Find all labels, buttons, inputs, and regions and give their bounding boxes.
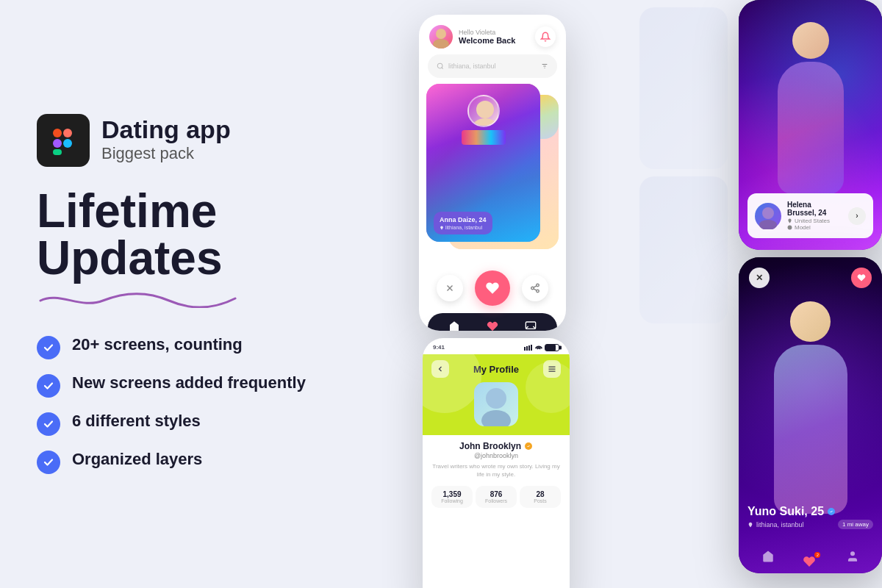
br-location: lithiana, istanbul 1 mi away [747, 520, 873, 529]
following-count: 1,359 [434, 490, 470, 498]
feature-item-1: 20+ screens, counting [37, 334, 345, 359]
card-location: lithiana, istanbul [440, 225, 487, 230]
welcome-text: Welcome Back [459, 36, 515, 45]
features-list: 20+ screens, counting New screens added … [37, 334, 345, 474]
heart-btn-overlay[interactable] [851, 268, 872, 288]
phone-profile: 9:41 My Profile [423, 338, 570, 588]
check-icon-3 [37, 412, 60, 436]
svg-rect-31 [531, 345, 532, 351]
user-avatar [429, 25, 453, 49]
svg-rect-1 [63, 129, 72, 137]
svg-rect-28 [524, 347, 526, 351]
profile-stats: 1,359 Following 876 Followers 28 Posts [431, 486, 561, 508]
posts-label: Posts [523, 498, 558, 503]
svg-point-35 [486, 388, 506, 409]
check-icon-2 [37, 374, 60, 398]
distance-badge: 1 mi away [838, 520, 873, 529]
phone-top-right: Helena Brussel, 24 United States Model › [739, 0, 882, 250]
filter-icon[interactable] [541, 60, 548, 73]
feature-item-3: 6 different styles [37, 411, 345, 436]
search-text: lithiana, istanbul [448, 62, 496, 70]
bottom-right-info: Yuno Suki, 25 lithiana, istanbul 1 mi aw… [747, 505, 873, 529]
brand-text-block: Dating app Biggest pack [101, 116, 231, 165]
share-button[interactable] [522, 275, 548, 301]
svg-point-24 [759, 220, 777, 229]
svg-line-20 [534, 289, 537, 290]
brand-row: Dating app Biggest pack [37, 114, 345, 167]
close-btn-overlay[interactable]: ✕ [749, 268, 770, 288]
stat-followers: 876 Followers [476, 486, 517, 508]
svg-point-27 [850, 551, 855, 556]
bottom-right-nav: 2 [747, 550, 873, 566]
left-panel: Dating app Biggest pack Lifetime Updates… [0, 0, 382, 588]
svg-point-6 [433, 39, 449, 49]
svg-point-36 [481, 410, 511, 426]
followers-label: Followers [478, 498, 514, 503]
feature-text-2: New screens added frequently [72, 373, 306, 394]
card-front: Anna Daize, 24 lithiana, istanbul [426, 84, 540, 242]
cards-area: Anna Daize, 24 lithiana, istanbul [426, 84, 559, 260]
posts-count: 28 [523, 490, 558, 498]
profile-mini-avatar [755, 203, 781, 229]
nav-home[interactable] [448, 320, 460, 331]
profile-body: John Brooklyn @johnbrooklyn Travel write… [423, 435, 570, 508]
feature-text-4: Organized layers [72, 449, 202, 470]
svg-rect-3 [63, 139, 72, 148]
profile-bio: Travel writers who wrote my own story. L… [431, 462, 561, 478]
headline: Lifetime Updates [37, 187, 345, 282]
feature-text-1: 20+ screens, counting [72, 334, 243, 356]
bottom-nav [428, 313, 557, 331]
svg-rect-4 [53, 149, 62, 155]
check-icon-1 [37, 336, 60, 359]
feature-item-4: Organized layers [37, 449, 345, 474]
profile-name-text: Helena Brussel, 24 [787, 201, 842, 217]
close-button[interactable] [437, 275, 463, 301]
svg-point-19 [537, 290, 539, 293]
svg-point-23 [762, 207, 774, 219]
profile-mini-info: Helena Brussel, 24 United States Model [787, 201, 842, 231]
svg-point-18 [531, 287, 534, 290]
nav-messages[interactable] [525, 320, 537, 331]
neon-background-2: ✕ Yuno Suki, 25 lithiana, istanbul 1 mi … [739, 257, 882, 573]
stat-following: 1,359 Following [431, 486, 473, 508]
profile-arrow-btn[interactable]: › [848, 207, 866, 225]
svg-point-13 [476, 101, 494, 118]
svg-line-21 [534, 286, 537, 287]
card-name: Anna Daize, 24 [440, 216, 487, 223]
svg-point-17 [537, 284, 539, 287]
greeting-block: Hello Violeta Welcome Back [459, 29, 515, 45]
brand-title: Dating app [101, 116, 231, 143]
br-nav-profile[interactable] [846, 550, 859, 566]
stat-posts: 28 Posts [520, 486, 561, 508]
squiggle-decoration [37, 287, 345, 311]
svg-rect-29 [526, 346, 528, 351]
profile-card-overlay: Helena Brussel, 24 United States Model › [747, 193, 873, 238]
phone-main: Hello Violeta Welcome Back lithiana, ist… [419, 15, 566, 331]
search-bar[interactable]: lithiana, istanbul [428, 54, 557, 78]
profile-handle: @johnbrooklyn [474, 452, 518, 459]
svg-point-14 [473, 118, 497, 127]
figma-logo [37, 114, 90, 167]
notification-bell[interactable] [535, 26, 556, 47]
br-nav-home[interactable] [761, 550, 775, 566]
phone-bottom-right: ✕ Yuno Suki, 25 lithiana, istanbul 1 mi … [739, 257, 882, 573]
check-icon-4 [37, 451, 60, 474]
svg-rect-0 [53, 129, 62, 137]
profile-job-text: Model [795, 224, 811, 231]
svg-point-5 [436, 29, 446, 39]
bg-phone-1 [639, 7, 728, 169]
br-nav-heart[interactable]: 2 [803, 555, 817, 561]
profile-full-name: John Brooklyn [459, 441, 521, 451]
nav-heart[interactable] [487, 320, 498, 331]
svg-rect-2 [53, 139, 62, 148]
profile-location-text: United States [795, 218, 830, 224]
greeting-text: Hello Violeta [459, 29, 515, 36]
feature-text-3: 6 different styles [72, 411, 201, 432]
profile-avatar [474, 382, 518, 426]
card-name-badge: Anna Daize, 24 lithiana, istanbul [434, 212, 492, 234]
like-button[interactable] [475, 270, 510, 306]
action-buttons [419, 266, 566, 310]
right-panel: Hello Violeta Welcome Back lithiana, ist… [382, 0, 882, 588]
brand-subtitle: Biggest pack [101, 143, 231, 165]
br-person-name: Yuno Suki, 25 [747, 505, 824, 518]
